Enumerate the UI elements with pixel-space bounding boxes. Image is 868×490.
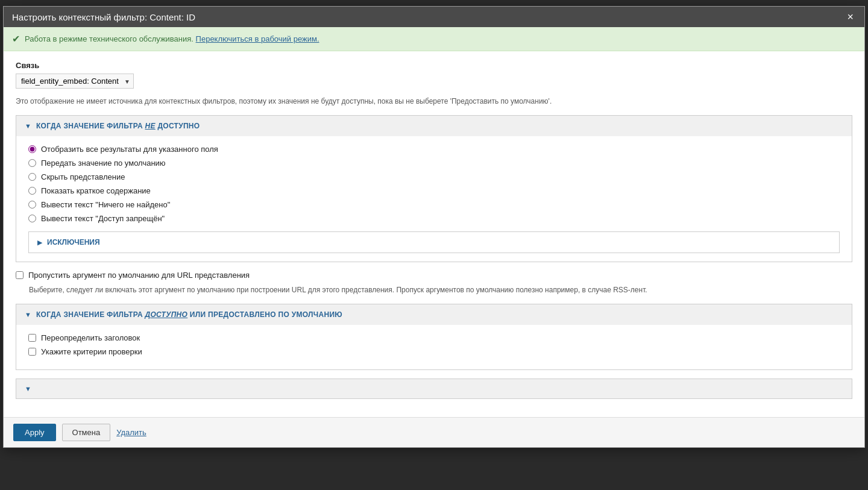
validation-criteria-checkbox[interactable] <box>28 348 36 356</box>
radio-all-results[interactable] <box>28 145 36 153</box>
alert-text: Работа в режиме технического обслуживани… <box>25 34 319 43</box>
radio-item-5[interactable]: Вывести текст "Ничего не найдено" <box>28 200 840 209</box>
modal-overlay: Настроить контекстный фильтр: Content: I… <box>0 0 868 490</box>
partial-section-icon: ▼ <box>25 385 31 392</box>
exceptions-title: ИСКЛЮЧЕНИЯ <box>47 238 100 247</box>
skip-arg-hint: Выберите, следует ли включать этот аргум… <box>16 284 852 295</box>
radio-item-2[interactable]: Передать значение по умолчанию <box>28 159 840 168</box>
modal-footer: Apply Отмена Удалить <box>4 417 864 447</box>
partial-section: ▼ <box>16 378 852 399</box>
partial-section-header[interactable]: ▼ <box>16 379 852 398</box>
filter-available-title: КОГДА ЗНАЧЕНИЕ ФИЛЬТРА ДОСТУПНО ИЛИ ПРЕД… <box>36 310 342 319</box>
switch-mode-link[interactable]: Переключиться в рабочий режим. <box>196 34 319 43</box>
radio-label-4: Показать краткое содержание <box>41 186 151 195</box>
radio-show-summary[interactable] <box>28 187 36 195</box>
relationship-field-group: Связь field_entity_embed: Content ▼ <box>16 61 852 89</box>
radio-group-unavailable: Отобразить все результаты для указанного… <box>28 145 840 223</box>
modal-body-wrapper: Связь field_entity_embed: Content ▼ Это … <box>4 51 864 417</box>
apply-button[interactable]: Apply <box>13 424 56 441</box>
radio-label-3: Скрыть представление <box>41 172 125 181</box>
exceptions-header[interactable]: ▶ ИСКЛЮЧЕНИЯ <box>29 232 839 253</box>
override-title-field: Переопределить заголовок <box>28 333 840 342</box>
radio-item-4[interactable]: Показать краткое содержание <box>28 186 840 195</box>
override-title-checkbox[interactable] <box>28 334 36 342</box>
modal-dialog: Настроить контекстный фильтр: Content: I… <box>3 6 865 448</box>
relationship-select[interactable]: field_entity_embed: Content <box>16 74 134 89</box>
radio-hide-view[interactable] <box>28 173 36 181</box>
skip-arg-checkbox[interactable] <box>16 271 24 279</box>
modal-body: Связь field_entity_embed: Content ▼ Это … <box>4 51 864 417</box>
override-title-label[interactable]: Переопределить заголовок <box>41 333 140 342</box>
radio-not-found[interactable] <box>28 201 36 209</box>
filter-available-section: ▼ КОГДА ЗНАЧЕНИЕ ФИЛЬТРА ДОСТУПНО ИЛИ ПР… <box>16 304 852 370</box>
radio-label-2: Передать значение по умолчанию <box>41 159 166 168</box>
radio-item-6[interactable]: Вывести текст "Доступ запрещён" <box>28 214 840 223</box>
filter-available-section-header[interactable]: ▼ КОГДА ЗНАЧЕНИЕ ФИЛЬТРА ДОСТУПНО ИЛИ ПР… <box>16 304 852 325</box>
skip-arg-checkbox-field: Пропустить аргумент по умолчанию для URL… <box>16 271 852 280</box>
section-expand-icon: ▼ <box>25 122 31 130</box>
radio-access-denied[interactable] <box>28 215 36 222</box>
modal-title: Настроить контекстный фильтр: Content: I… <box>12 12 195 22</box>
radio-item-1[interactable]: Отобразить все результаты для указанного… <box>28 145 840 154</box>
filter-hint-text: Это отображение не имеет источника для к… <box>16 96 852 107</box>
validation-criteria-label[interactable]: Укажите критерии проверки <box>41 347 142 356</box>
maintenance-alert: ✔ Работа в режиме технического обслужива… <box>4 27 864 51</box>
radio-label-1: Отобразить все результаты для указанного… <box>41 145 218 154</box>
cancel-button[interactable]: Отмена <box>62 424 111 441</box>
validation-criteria-field: Укажите критерии проверки <box>28 347 840 356</box>
modal-header: Настроить контекстный фильтр: Content: I… <box>4 7 864 27</box>
filter-unavailable-section: ▼ КОГДА ЗНАЧЕНИЕ ФИЛЬТРА НЕ ДОСТУПНО Ото… <box>16 115 852 262</box>
delete-button[interactable]: Удалить <box>116 428 146 437</box>
relationship-label: Связь <box>16 61 852 70</box>
section2-expand-icon: ▼ <box>25 311 31 318</box>
relationship-select-wrapper: field_entity_embed: Content ▼ <box>16 74 134 89</box>
filter-unavailable-section-header[interactable]: ▼ КОГДА ЗНАЧЕНИЕ ФИЛЬТРА НЕ ДОСТУПНО <box>16 116 852 136</box>
check-icon: ✔ <box>12 33 20 45</box>
filter-unavailable-content: Отобразить все результаты для указанного… <box>16 136 852 262</box>
radio-item-3[interactable]: Скрыть представление <box>28 172 840 181</box>
radio-label-5: Вывести текст "Ничего не найдено" <box>41 200 170 209</box>
radio-label-6: Вывести текст "Доступ запрещён" <box>41 214 165 223</box>
exceptions-section: ▶ ИСКЛЮЧЕНИЯ <box>28 231 840 253</box>
modal-close-button[interactable]: × <box>844 11 856 22</box>
skip-arg-label[interactable]: Пропустить аргумент по умолчанию для URL… <box>28 271 250 280</box>
radio-default-value[interactable] <box>28 159 36 167</box>
skip-arg-section: Пропустить аргумент по умолчанию для URL… <box>16 271 852 295</box>
filter-available-content: Переопределить заголовок Укажите критери… <box>16 325 852 369</box>
exceptions-expand-icon: ▶ <box>37 239 42 247</box>
filter-unavailable-title: КОГДА ЗНАЧЕНИЕ ФИЛЬТРА НЕ ДОСТУПНО <box>36 122 200 130</box>
